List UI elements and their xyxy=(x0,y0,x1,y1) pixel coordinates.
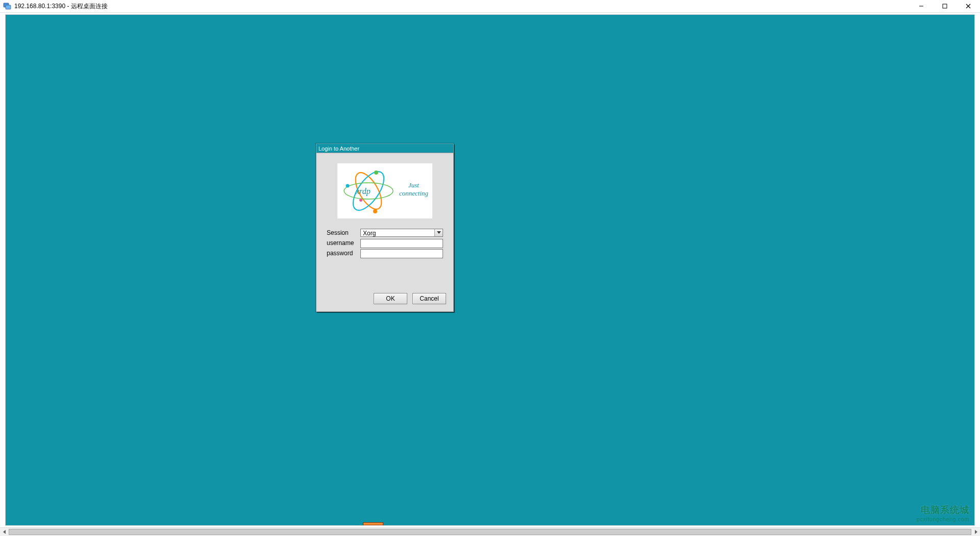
xrdp-logo-box: xrdp Just connecting xyxy=(337,163,432,218)
close-button[interactable] xyxy=(957,0,980,12)
remote-desktop-viewport[interactable]: Login to Another xrdp Just xyxy=(5,14,975,526)
site-watermark: 电脑系统城 pcxitongcheng.com xyxy=(917,504,969,522)
svg-marker-14 xyxy=(3,530,6,534)
remote-taskbar-sliver xyxy=(363,522,383,526)
svg-rect-3 xyxy=(943,4,947,8)
svg-rect-1 xyxy=(6,5,11,9)
horizontal-scrollbar[interactable] xyxy=(0,527,980,536)
username-row: username xyxy=(327,239,443,247)
svg-point-10 xyxy=(374,170,378,175)
maximize-button[interactable] xyxy=(933,0,957,12)
scroll-track[interactable] xyxy=(9,528,971,536)
username-label: username xyxy=(327,239,357,247)
session-dropdown[interactable]: Xorg xyxy=(360,229,443,237)
window-controls xyxy=(910,0,980,12)
login-dialog-body: xrdp Just connecting Session Xorg xyxy=(316,153,454,312)
password-row: password xyxy=(327,249,443,257)
svg-point-12 xyxy=(359,199,362,202)
username-input[interactable] xyxy=(360,239,443,248)
xrdp-logo-text: xrdp xyxy=(356,187,371,196)
xrdp-login-dialog: Login to Another xrdp Just xyxy=(316,143,454,312)
svg-point-9 xyxy=(346,184,350,188)
svg-marker-13 xyxy=(437,231,441,234)
window-title: 192.168.80.1:3390 - 远程桌面连接 xyxy=(14,0,910,13)
login-dialog-titlebar[interactable]: Login to Another xyxy=(316,143,454,153)
tagline-line-2: connecting xyxy=(399,189,428,198)
session-label: Session xyxy=(327,229,357,236)
tagline-line-1: Just xyxy=(399,181,428,189)
window-titlebar[interactable]: 192.168.80.1:3390 - 远程桌面连接 xyxy=(0,0,980,13)
password-input[interactable] xyxy=(360,249,443,258)
scroll-right-arrow-icon[interactable] xyxy=(971,528,980,537)
scroll-left-arrow-icon[interactable] xyxy=(0,528,9,537)
session-selected-value: Xorg xyxy=(361,229,434,236)
svg-point-11 xyxy=(373,209,377,213)
login-dialog-title: Login to Another xyxy=(318,145,359,152)
rdp-app-icon xyxy=(3,2,11,10)
password-label: password xyxy=(327,250,357,257)
svg-marker-15 xyxy=(975,530,977,534)
cancel-button[interactable]: Cancel xyxy=(412,293,446,304)
xrdp-tagline: Just connecting xyxy=(399,181,428,198)
watermark-url: pcxitongcheng.com xyxy=(917,516,969,522)
ok-button[interactable]: OK xyxy=(374,293,407,304)
rdp-host-window: 192.168.80.1:3390 - 远程桌面连接 Login to Anot… xyxy=(0,0,980,536)
watermark-title: 电脑系统城 xyxy=(917,504,969,516)
dropdown-arrow-icon[interactable] xyxy=(434,229,443,236)
minimize-button[interactable] xyxy=(910,0,933,12)
scroll-thumb[interactable] xyxy=(9,529,971,535)
session-row: Session Xorg xyxy=(327,229,443,237)
dialog-button-row: OK Cancel xyxy=(374,293,446,304)
